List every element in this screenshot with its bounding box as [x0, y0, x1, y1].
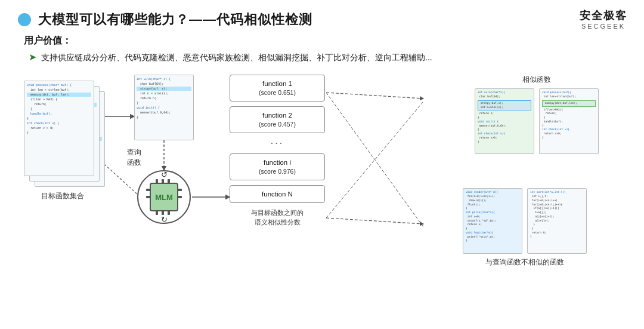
mlm-circle: ↺ ↻ MLM — [137, 170, 191, 224]
mlm-chip: ↺ ↻ MLM — [137, 170, 191, 224]
func-box-2: function 2 (score 0.457) — [230, 106, 325, 133]
logo-sub: SECGEEK — [580, 23, 627, 30]
header-dot — [18, 13, 31, 26]
bullet-item: ➤ 支持供应链成分分析、代码克隆检测、恶意代码家族检测、相似漏洞挖掘、补丁比对分… — [29, 51, 626, 64]
func-box-n: function N — [230, 185, 325, 203]
func-dots: ··· — [230, 138, 325, 149]
user-value-label: 用户价值： — [24, 35, 626, 47]
bullet-arrow-icon: ➤ — [29, 51, 36, 63]
func-box-1-score: (score 0.651) — [236, 88, 318, 97]
svg-line-6 — [326, 93, 423, 227]
similar-card-1: int vuln(char*s){ char buf[64]; strcpy(b… — [475, 88, 534, 154]
query-func-box: int vuln(char* s) { char buf[64]; strcpy… — [134, 75, 194, 140]
code-card-front: void process(char* buf) { int len = strl… — [24, 81, 94, 176]
func-bottom-label: 与目标函数之间的语义相似性分数 — [230, 208, 325, 227]
func-box-2-score: (score 0.457) — [236, 120, 318, 129]
header-title: 大模型可以有哪些能力？——代码相似性检测 — [38, 11, 312, 29]
svg-line-5 — [326, 218, 423, 224]
svg-line-2 — [104, 164, 137, 194]
similar-func-area: 相似函数 int vuln(char*s){ char buf[64]; str… — [471, 75, 602, 154]
mlm-label: MLM — [155, 193, 173, 202]
dissimilar-cards: void render(int* d){ for(i=0;i<sz;i++) d… — [447, 188, 602, 254]
rotate-arrow-bottom: ↻ — [161, 215, 168, 224]
header: 大模型可以有哪些能力？——代码相似性检测 — [18, 11, 626, 29]
dissimilar-label: 与查询函数不相似的函数 — [447, 257, 602, 267]
bullet-text: 支持供应链成分分析、代码克隆检测、恶意代码家族检测、相似漏洞挖掘、补丁比对分析、… — [41, 51, 432, 64]
func-box-i-score: (score 0.976) — [236, 167, 318, 176]
mlm-chip-inner: MLM — [150, 183, 178, 211]
rotate-arrow-top: ↺ — [161, 170, 168, 179]
dissimilar-card-1: void render(int* d){ for(i=0;i<sz;i++) d… — [463, 188, 522, 254]
func-box-1-name: function 1 — [236, 79, 318, 88]
target-func-label: 目标函数集合 — [41, 191, 84, 201]
func-box-n-name: function N — [236, 189, 318, 199]
diagram-area: int function() { int a = 0; for(int i=0;… — [18, 69, 626, 284]
similar-card-2: void process(buf){ int len=strlen(buf); … — [539, 88, 599, 154]
body-content: 用户价值： ➤ 支持供应链成分分析、代码克隆检测、恶意代码家族检测、相似漏洞挖掘… — [18, 35, 626, 64]
similar-cards: int vuln(char*s){ char buf[64]; strcpy(b… — [471, 88, 602, 154]
similar-label: 相似函数 — [471, 75, 602, 85]
dissimilar-card-2: int sort(int*a,int n){ int i,j,t; for(i=… — [527, 188, 587, 254]
func-box-2-name: function 2 — [236, 110, 318, 120]
logo-area: 安全极客 SECGEEK — [580, 8, 627, 30]
function-boxes: function 1 (score 0.651) function 2 (sco… — [230, 75, 325, 227]
logo-main: 安全极客 — [580, 8, 627, 23]
slide-container: 安全极客 SECGEEK 大模型可以有哪些能力？——代码相似性检测 用户价值： … — [0, 0, 644, 329]
target-func-set: int function() { int a = 0; for(int i=0;… — [24, 81, 101, 188]
func-box-1: function 1 (score 0.651) — [230, 75, 325, 102]
dissimilar-func-area: void render(int* d){ for(i=0;i<sz;i++) d… — [447, 188, 602, 271]
svg-line-4 — [326, 93, 423, 99]
query-func-label: 查询函数 — [104, 147, 164, 168]
svg-line-7 — [326, 102, 423, 218]
func-box-i: function i (score 0.976) — [230, 153, 325, 180]
func-box-i-name: function i — [236, 158, 318, 167]
